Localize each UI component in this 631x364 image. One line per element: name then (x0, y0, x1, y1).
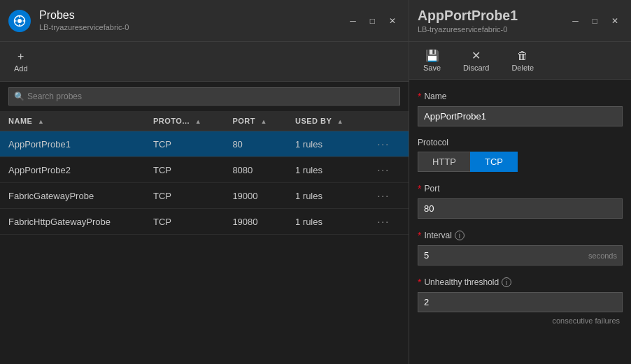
delete-icon: 🗑 (517, 50, 528, 62)
delete-label: Delete (511, 64, 534, 72)
add-label: Add (14, 64, 28, 73)
row-proto: TCP (145, 209, 224, 235)
interval-input[interactable] (418, 245, 623, 265)
port-label: * Port (418, 183, 623, 194)
right-toolbar: 💾 Save ✕ Discard 🗑 Delete (409, 42, 631, 80)
left-panel-subtitle: LB-tryazureservicefabric-0 (39, 23, 129, 31)
row-more: ··· (366, 183, 409, 209)
table-row[interactable]: AppPortProbe1 TCP 80 1 rules ··· (0, 131, 409, 157)
form-body: * Name Protocol HTTP TCP * Port (409, 80, 631, 364)
name-input[interactable] (418, 106, 623, 126)
right-panel-title: AppPortProbe1 (418, 8, 518, 24)
left-maximize-btn[interactable]: □ (366, 15, 379, 27)
right-panel-subtitle: LB-tryazureservicefabric-0 (418, 25, 507, 34)
more-btn-1[interactable]: ··· (374, 164, 392, 175)
unhealthy-threshold-group: * Unhealthy threshold i consecutive fail… (418, 277, 623, 325)
unhealthy-input[interactable] (418, 292, 623, 312)
unhealthy-label: * Unhealthy threshold i (418, 277, 623, 288)
probe-icon (8, 10, 31, 32)
row-usedby: 1 rules (287, 157, 367, 183)
right-titlebar: AppPortProbe1 LB-tryazureservicefabric-0… (409, 0, 631, 42)
unhealthy-required-star: * (418, 277, 421, 288)
left-title-group: Probes LB-tryazureservicefabric-0 (8, 9, 129, 32)
row-port: 19080 (224, 209, 287, 235)
row-port: 8080 (224, 157, 287, 183)
interval-info-icon[interactable]: i (455, 231, 465, 240)
row-more: ··· (366, 209, 409, 235)
name-group: * Name (418, 91, 623, 126)
save-icon: 💾 (425, 49, 439, 62)
consecutive-suffix: consecutive failures (418, 316, 623, 325)
row-name: AppPortProbe1 (0, 131, 145, 157)
sort-proto-icon: ▲ (195, 118, 201, 125)
table-row[interactable]: AppPortProbe2 TCP 8080 1 rules ··· (0, 157, 409, 183)
row-port: 19000 (224, 183, 287, 209)
port-required-star: * (418, 183, 421, 194)
svg-point-1 (17, 19, 22, 23)
more-btn-0[interactable]: ··· (374, 138, 392, 150)
left-minimize-btn[interactable]: ─ (346, 15, 360, 27)
search-input[interactable] (8, 87, 400, 105)
row-proto: TCP (145, 157, 224, 183)
right-maximize-btn[interactable]: □ (588, 15, 602, 27)
delete-button[interactable]: 🗑 Delete (506, 47, 539, 75)
row-name: AppPortProbe2 (0, 157, 145, 183)
row-more: ··· (366, 157, 409, 183)
more-btn-2[interactable]: ··· (374, 190, 392, 201)
row-proto: TCP (145, 183, 224, 209)
right-window-controls: ─ □ ✕ (568, 15, 623, 27)
name-label: * Name (418, 91, 623, 102)
row-name: FabricGatewayProbe (0, 183, 145, 209)
discard-label: Discard (463, 64, 489, 72)
search-input-wrap: 🔍 (8, 87, 400, 105)
right-minimize-btn[interactable]: ─ (568, 15, 583, 27)
unhealthy-info-icon[interactable]: i (502, 277, 511, 287)
right-title-text: AppPortProbe1 LB-tryazureservicefabric-0 (418, 8, 518, 34)
add-icon: + (17, 50, 24, 63)
protocol-group: Protocol HTTP TCP (418, 138, 623, 172)
col-usedby: USED BY ▲ (287, 111, 367, 131)
col-proto: PROTO... ▲ (145, 111, 224, 131)
table-row[interactable]: FabricHttpGatewayProbe TCP 19080 1 rules… (0, 209, 409, 235)
search-bar: 🔍 (0, 82, 409, 111)
table-row[interactable]: FabricGatewayProbe TCP 19000 1 rules ··· (0, 183, 409, 209)
sort-name-icon: ▲ (38, 118, 44, 125)
more-btn-3[interactable]: ··· (374, 216, 392, 227)
interval-group: * Interval i seconds (418, 230, 623, 265)
protocol-label: Protocol (418, 138, 623, 147)
table-body: AppPortProbe1 TCP 80 1 rules ··· AppPort… (0, 131, 409, 235)
row-name: FabricHttpGatewayProbe (0, 209, 145, 235)
right-panel: AppPortProbe1 LB-tryazureservicefabric-0… (409, 0, 631, 364)
sort-usedby-icon: ▲ (337, 118, 343, 125)
table-header: NAME ▲ PROTO... ▲ PORT ▲ USED BY ▲ (0, 111, 409, 131)
interval-label: * Interval i (418, 230, 623, 241)
row-proto: TCP (145, 131, 224, 157)
port-input[interactable] (418, 198, 623, 219)
row-usedby: 1 rules (287, 131, 367, 157)
probes-table-container: NAME ▲ PROTO... ▲ PORT ▲ USED BY ▲ (0, 111, 409, 364)
discard-button[interactable]: ✕ Discard (458, 46, 495, 75)
save-button[interactable]: 💾 Save (418, 46, 446, 75)
sort-port-icon: ▲ (261, 118, 267, 125)
protocol-tcp-btn[interactable]: TCP (470, 152, 518, 172)
left-titlebar: Probes LB-tryazureservicefabric-0 ─ □ ✕ (0, 0, 409, 42)
row-port: 80 (224, 131, 287, 157)
probes-table: NAME ▲ PROTO... ▲ PORT ▲ USED BY ▲ (0, 111, 409, 235)
interval-input-wrap: seconds (418, 245, 623, 265)
row-usedby: 1 rules (287, 183, 367, 209)
left-close-btn[interactable]: ✕ (385, 15, 400, 27)
interval-required-star: * (418, 230, 421, 241)
port-group: * Port (418, 183, 623, 219)
protocol-http-btn[interactable]: HTTP (418, 152, 470, 172)
col-actions (366, 111, 409, 131)
add-button[interactable]: + Add (8, 48, 34, 75)
left-panel: Probes LB-tryazureservicefabric-0 ─ □ ✕ … (0, 0, 409, 364)
right-close-btn[interactable]: ✕ (607, 15, 623, 27)
search-icon: 🔍 (14, 92, 24, 101)
left-window-controls: ─ □ ✕ (346, 15, 400, 27)
left-title-text: Probes LB-tryazureservicefabric-0 (39, 9, 129, 32)
left-panel-title: Probes (39, 9, 129, 22)
save-label: Save (423, 64, 441, 72)
discard-icon: ✕ (472, 49, 481, 62)
protocol-selector: HTTP TCP (418, 152, 623, 172)
